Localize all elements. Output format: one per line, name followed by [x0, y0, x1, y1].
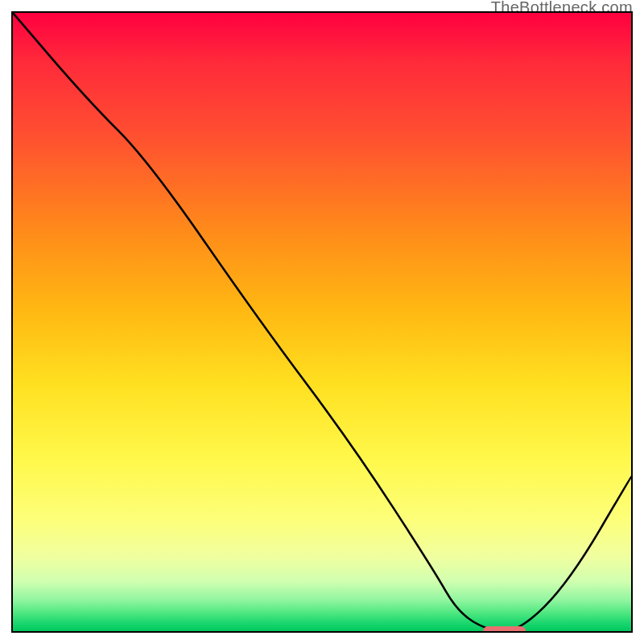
bottleneck-curve-path: [13, 13, 631, 631]
curve-svg: [13, 13, 631, 631]
optimal-range-marker: [483, 626, 526, 633]
bottleneck-chart: TheBottleneck.com: [0, 0, 644, 644]
plot-area: [11, 11, 633, 633]
